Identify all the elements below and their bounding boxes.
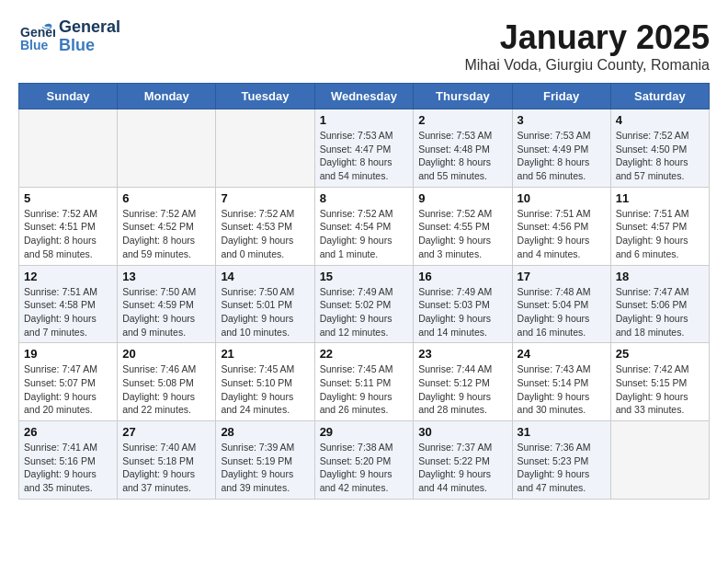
calendar-week-row: 5Sunrise: 7:52 AM Sunset: 4:51 PM Daylig… xyxy=(19,187,710,265)
calendar-cell: 29Sunrise: 7:38 AM Sunset: 5:20 PM Dayli… xyxy=(314,421,414,500)
day-info: Sunrise: 7:37 AM Sunset: 5:22 PM Dayligh… xyxy=(418,441,506,495)
weekday-header: Thursday xyxy=(414,84,512,109)
day-number: 21 xyxy=(221,347,309,361)
day-number: 22 xyxy=(320,347,409,361)
day-number: 30 xyxy=(418,425,506,439)
calendar-cell: 18Sunrise: 7:47 AM Sunset: 5:06 PM Dayli… xyxy=(610,265,709,343)
day-number: 27 xyxy=(122,425,210,439)
day-info: Sunrise: 7:52 AM Sunset: 4:50 PM Dayligh… xyxy=(616,129,704,183)
day-info: Sunrise: 7:39 AM Sunset: 5:19 PM Dayligh… xyxy=(221,441,309,495)
calendar-subtitle: Mihai Voda, Giurgiu County, Romania xyxy=(464,57,710,74)
logo-line2: Blue xyxy=(59,37,120,55)
day-number: 14 xyxy=(221,270,309,283)
weekday-header: Tuesday xyxy=(216,84,314,109)
day-info: Sunrise: 7:36 AM Sunset: 5:23 PM Dayligh… xyxy=(518,441,606,495)
day-info: Sunrise: 7:43 AM Sunset: 5:14 PM Dayligh… xyxy=(518,362,606,417)
day-number: 11 xyxy=(616,191,704,205)
day-number: 9 xyxy=(418,191,506,205)
day-number: 26 xyxy=(24,425,112,439)
day-info: Sunrise: 7:53 AM Sunset: 4:48 PM Dayligh… xyxy=(418,129,506,183)
day-number: 12 xyxy=(24,270,112,283)
weekday-header: Wednesday xyxy=(314,84,414,109)
day-info: Sunrise: 7:52 AM Sunset: 4:51 PM Dayligh… xyxy=(24,207,112,261)
logo: General Blue General Blue xyxy=(18,18,120,55)
day-number: 4 xyxy=(616,113,704,127)
calendar-table: SundayMondayTuesdayWednesdayThursdayFrid… xyxy=(18,83,710,500)
day-number: 16 xyxy=(418,270,506,283)
calendar-title: January 2025 xyxy=(464,18,710,57)
calendar-cell: 27Sunrise: 7:40 AM Sunset: 5:18 PM Dayli… xyxy=(118,421,216,500)
day-number: 23 xyxy=(418,347,506,361)
day-number: 5 xyxy=(24,191,112,205)
svg-text:Blue: Blue xyxy=(20,38,49,52)
calendar-header-row: SundayMondayTuesdayWednesdayThursdayFrid… xyxy=(19,84,710,109)
calendar-cell: 25Sunrise: 7:42 AM Sunset: 5:15 PM Dayli… xyxy=(610,343,709,421)
day-number: 15 xyxy=(320,270,409,283)
day-number: 19 xyxy=(24,347,112,361)
day-number: 2 xyxy=(418,113,506,127)
day-info: Sunrise: 7:45 AM Sunset: 5:10 PM Dayligh… xyxy=(221,362,309,417)
calendar-week-row: 1Sunrise: 7:53 AM Sunset: 4:47 PM Daylig… xyxy=(19,109,710,188)
day-number: 8 xyxy=(320,191,409,205)
day-info: Sunrise: 7:50 AM Sunset: 5:01 PM Dayligh… xyxy=(221,285,309,339)
calendar-cell: 14Sunrise: 7:50 AM Sunset: 5:01 PM Dayli… xyxy=(216,265,314,343)
calendar-cell: 2Sunrise: 7:53 AM Sunset: 4:48 PM Daylig… xyxy=(414,109,512,188)
calendar-week-row: 19Sunrise: 7:47 AM Sunset: 5:07 PM Dayli… xyxy=(19,343,710,421)
day-info: Sunrise: 7:53 AM Sunset: 4:47 PM Dayligh… xyxy=(320,129,409,183)
day-info: Sunrise: 7:48 AM Sunset: 5:04 PM Dayligh… xyxy=(518,285,606,339)
calendar-cell: 10Sunrise: 7:51 AM Sunset: 4:56 PM Dayli… xyxy=(512,187,610,265)
day-info: Sunrise: 7:52 AM Sunset: 4:55 PM Dayligh… xyxy=(418,207,506,261)
day-info: Sunrise: 7:51 AM Sunset: 4:57 PM Dayligh… xyxy=(616,207,704,261)
day-number: 1 xyxy=(320,113,409,127)
day-info: Sunrise: 7:51 AM Sunset: 4:56 PM Dayligh… xyxy=(518,207,606,261)
weekday-header: Saturday xyxy=(610,84,709,109)
day-number: 29 xyxy=(320,425,409,439)
day-number: 20 xyxy=(122,347,210,361)
calendar-week-row: 12Sunrise: 7:51 AM Sunset: 4:58 PM Dayli… xyxy=(19,265,710,343)
calendar-cell: 9Sunrise: 7:52 AM Sunset: 4:55 PM Daylig… xyxy=(414,187,512,265)
day-info: Sunrise: 7:52 AM Sunset: 4:53 PM Dayligh… xyxy=(221,207,309,261)
calendar-cell xyxy=(216,109,314,188)
calendar-cell: 17Sunrise: 7:48 AM Sunset: 5:04 PM Dayli… xyxy=(512,265,610,343)
title-block: January 2025 Mihai Voda, Giurgiu County,… xyxy=(464,18,710,74)
calendar-cell: 19Sunrise: 7:47 AM Sunset: 5:07 PM Dayli… xyxy=(19,343,118,421)
day-info: Sunrise: 7:49 AM Sunset: 5:03 PM Dayligh… xyxy=(418,285,506,339)
day-info: Sunrise: 7:50 AM Sunset: 4:59 PM Dayligh… xyxy=(122,285,210,339)
calendar-cell: 20Sunrise: 7:46 AM Sunset: 5:08 PM Dayli… xyxy=(118,343,216,421)
weekday-header: Monday xyxy=(118,84,216,109)
day-number: 6 xyxy=(122,191,210,205)
calendar-cell: 5Sunrise: 7:52 AM Sunset: 4:51 PM Daylig… xyxy=(19,187,118,265)
day-number: 24 xyxy=(518,347,606,361)
logo-icon: General Blue xyxy=(18,18,55,55)
day-number: 18 xyxy=(616,270,704,283)
day-info: Sunrise: 7:40 AM Sunset: 5:18 PM Dayligh… xyxy=(122,441,210,495)
calendar-cell xyxy=(118,109,216,188)
day-number: 3 xyxy=(518,113,606,127)
calendar-cell: 30Sunrise: 7:37 AM Sunset: 5:22 PM Dayli… xyxy=(414,421,512,500)
calendar-cell: 7Sunrise: 7:52 AM Sunset: 4:53 PM Daylig… xyxy=(216,187,314,265)
day-info: Sunrise: 7:53 AM Sunset: 4:49 PM Dayligh… xyxy=(518,129,606,183)
calendar-cell xyxy=(19,109,118,188)
calendar-cell: 1Sunrise: 7:53 AM Sunset: 4:47 PM Daylig… xyxy=(314,109,414,188)
calendar-cell: 22Sunrise: 7:45 AM Sunset: 5:11 PM Dayli… xyxy=(314,343,414,421)
page-header: General Blue General Blue January 2025 M… xyxy=(18,18,710,74)
day-info: Sunrise: 7:46 AM Sunset: 5:08 PM Dayligh… xyxy=(122,362,210,417)
calendar-cell: 6Sunrise: 7:52 AM Sunset: 4:52 PM Daylig… xyxy=(118,187,216,265)
day-number: 28 xyxy=(221,425,309,439)
calendar-cell: 13Sunrise: 7:50 AM Sunset: 4:59 PM Dayli… xyxy=(118,265,216,343)
day-info: Sunrise: 7:49 AM Sunset: 5:02 PM Dayligh… xyxy=(320,285,409,339)
day-info: Sunrise: 7:38 AM Sunset: 5:20 PM Dayligh… xyxy=(320,441,409,495)
weekday-header: Friday xyxy=(512,84,610,109)
day-info: Sunrise: 7:45 AM Sunset: 5:11 PM Dayligh… xyxy=(320,362,409,417)
logo-line1: General xyxy=(59,18,120,37)
calendar-cell: 28Sunrise: 7:39 AM Sunset: 5:19 PM Dayli… xyxy=(216,421,314,500)
calendar-week-row: 26Sunrise: 7:41 AM Sunset: 5:16 PM Dayli… xyxy=(19,421,710,500)
day-number: 10 xyxy=(518,191,606,205)
calendar-cell: 26Sunrise: 7:41 AM Sunset: 5:16 PM Dayli… xyxy=(19,421,118,500)
calendar-cell: 11Sunrise: 7:51 AM Sunset: 4:57 PM Dayli… xyxy=(610,187,709,265)
day-info: Sunrise: 7:52 AM Sunset: 4:52 PM Dayligh… xyxy=(122,207,210,261)
day-info: Sunrise: 7:42 AM Sunset: 5:15 PM Dayligh… xyxy=(616,362,704,417)
day-number: 31 xyxy=(518,425,606,439)
day-number: 25 xyxy=(616,347,704,361)
calendar-cell: 21Sunrise: 7:45 AM Sunset: 5:10 PM Dayli… xyxy=(216,343,314,421)
